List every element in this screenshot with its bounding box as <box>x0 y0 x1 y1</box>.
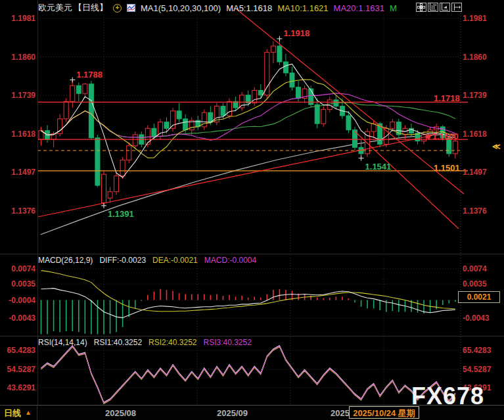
main-y-axis-label: 1.1376 <box>463 206 487 216</box>
scroll-right-button[interactable] <box>451 3 462 12</box>
rsi-y-axis-label: 43.6291 <box>3 383 35 392</box>
price-extreme-label: 1.1788 <box>76 70 103 80</box>
macd-current-value-box: 0.0021 <box>458 291 500 303</box>
rsi1-value: RSI1:40.3252 <box>94 338 142 347</box>
ma20-value: MA20:1.1631 <box>334 3 384 13</box>
x-axis-date-label: 2025/08 <box>105 408 136 418</box>
rsi2-value: RSI2:40.3252 <box>149 338 196 347</box>
rsi-y-axis-label: 65.4283 <box>463 346 491 355</box>
macd-y-axis-label: 0.0035 <box>3 279 35 289</box>
macd-dea-value: DEA:-0.0021 <box>152 256 198 265</box>
main-y-axis-label: 1.1497 <box>3 168 35 177</box>
main-y-axis-label: 1.1739 <box>463 91 487 100</box>
price-extreme-label: 1.1541 <box>365 162 392 172</box>
current-date-box: 2025/10/24 星期五 <box>349 406 419 419</box>
rsi-title: RSI(14,14,14) <box>38 338 87 347</box>
crosshair-move-icon <box>417 3 425 11</box>
trading-app: 欧元美元 【日线】 + MA1(5,10,20,30,100) MA5:1.16… <box>0 0 504 420</box>
price-extreme-label: 1.1918 <box>283 28 309 38</box>
macd-y-axis-label: 0.0035 <box>463 279 487 289</box>
shift-right-icon <box>453 3 461 11</box>
period-label: 日线 <box>4 408 21 419</box>
main-y-axis-label: 1.1739 <box>3 91 35 100</box>
main-y-axis-label: 1.1981 <box>463 14 487 23</box>
macd-title: MACD(26,12,9) <box>38 256 93 265</box>
rsi-y-axis-label: 54.5287 <box>463 365 491 374</box>
chart-toolbar <box>416 3 462 12</box>
ma-more-label: M <box>390 3 397 13</box>
rsi-panel-divider <box>0 336 504 337</box>
main-y-axis-label: 1.1981 <box>3 14 35 23</box>
period-arrow-icon: ▲ <box>25 409 32 416</box>
macd-y-axis-label: 0.0074 <box>463 264 487 273</box>
axis-pan-button[interactable] <box>440 3 450 12</box>
axis-arrow-icon <box>441 3 449 11</box>
macd-y-axis-label: -0.0004 <box>3 296 35 305</box>
ma10-value: MA10:1.1621 <box>277 3 328 13</box>
main-y-axis-label: 1.1860 <box>463 53 487 62</box>
ma-settings-label: MA1(5,10,20,30,100) <box>141 3 221 13</box>
macd-panel-divider <box>0 254 504 254</box>
ma5-value: MA5:1.1618 <box>226 3 272 13</box>
macd-y-axis-label: 0.0074 <box>3 264 35 273</box>
resistance-level-label: 1.1718 <box>434 93 460 103</box>
rsi-y-axis-label: 65.4283 <box>3 346 35 355</box>
rsi-header: RSI(14,14,14) RSI1:40.3252 RSI2:40.3252 … <box>38 338 252 347</box>
main-y-axis-label: 1.1497 <box>463 168 487 177</box>
macd-diff-value: DIFF:-0.0023 <box>99 256 146 265</box>
add-overlay-icon[interactable]: + <box>113 4 122 12</box>
x-axis-date-label: 2025/09 <box>217 408 248 418</box>
symbol-title: 欧元美元 <box>38 2 72 14</box>
main-y-axis-label: 1.1618 <box>3 129 35 139</box>
crosshair-move-button[interactable] <box>416 3 426 12</box>
x-axis-date-label: 2025 <box>331 408 350 418</box>
chart-header: 欧元美元 【日线】 + MA1(5,10,20,30,100) MA5:1.16… <box>38 2 397 14</box>
price-extreme-label: 1.1391 <box>108 209 134 219</box>
rsi-y-axis-label: 54.5287 <box>3 365 35 374</box>
brand-watermark: FX678 <box>411 383 484 410</box>
axis-candles-icon <box>429 3 437 11</box>
support-level-label: 1.1600 <box>432 131 459 141</box>
price-arrow-icon: ◀ <box>424 133 430 140</box>
dashed-line-marker-icon: ≪ <box>492 142 501 151</box>
period-tag: 【日线】 <box>74 2 108 14</box>
main-y-axis-label: 1.1618 <box>463 129 487 139</box>
macd-y-axis-label: -0.0043 <box>3 314 35 323</box>
mini-chart-icon <box>127 4 135 12</box>
macd-macd-value: MACD:-0.0004 <box>204 256 256 265</box>
axis-scale-button[interactable] <box>428 3 438 12</box>
period-selector[interactable]: 日线 ▲ <box>0 406 37 420</box>
main-y-axis-label: 1.1860 <box>3 53 35 62</box>
lower-level-label: 1.1501 <box>434 163 460 173</box>
macd-y-axis-label: -0.0043 <box>463 314 490 323</box>
rsi3-value: RSI3:40.3252 <box>204 338 252 347</box>
macd-header: MACD(26,12,9) DIFF:-0.0023 DEA:-0.0021 M… <box>38 256 256 265</box>
main-y-axis-label: 1.1376 <box>3 206 35 216</box>
